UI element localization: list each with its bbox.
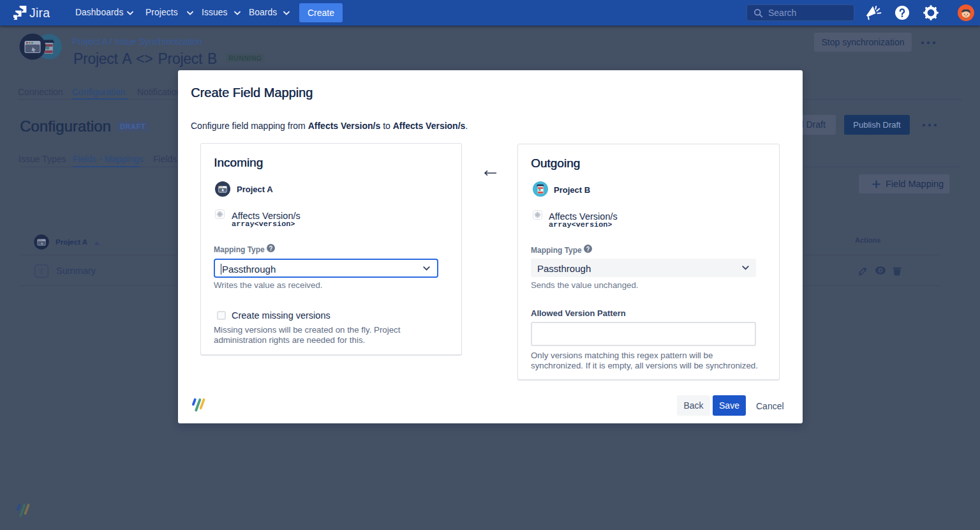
svg-text:T: T bbox=[39, 266, 44, 276]
